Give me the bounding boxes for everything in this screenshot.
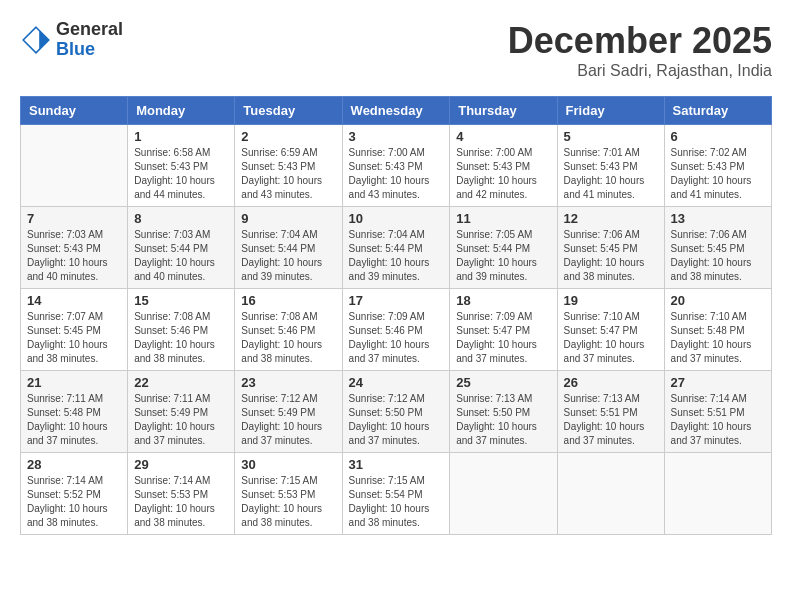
day-info: Sunrise: 7:01 AMSunset: 5:43 PMDaylight:… [564,146,658,202]
day-number: 2 [241,129,335,144]
day-info: Sunrise: 7:08 AMSunset: 5:46 PMDaylight:… [241,310,335,366]
day-info: Sunrise: 7:14 AMSunset: 5:53 PMDaylight:… [134,474,228,530]
day-number: 24 [349,375,444,390]
day-info: Sunrise: 6:58 AMSunset: 5:43 PMDaylight:… [134,146,228,202]
day-number: 5 [564,129,658,144]
logo-text: General Blue [56,20,123,60]
day-number: 25 [456,375,550,390]
day-info: Sunrise: 7:13 AMSunset: 5:50 PMDaylight:… [456,392,550,448]
day-info: Sunrise: 7:11 AMSunset: 5:49 PMDaylight:… [134,392,228,448]
day-number: 10 [349,211,444,226]
day-info: Sunrise: 7:11 AMSunset: 5:48 PMDaylight:… [27,392,121,448]
calendar-week-row: 1Sunrise: 6:58 AMSunset: 5:43 PMDaylight… [21,125,772,207]
day-number: 19 [564,293,658,308]
weekday-header-monday: Monday [128,97,235,125]
day-number: 28 [27,457,121,472]
day-info: Sunrise: 7:05 AMSunset: 5:44 PMDaylight:… [456,228,550,284]
month-title: December 2025 [508,20,772,62]
day-number: 31 [349,457,444,472]
calendar-cell: 5Sunrise: 7:01 AMSunset: 5:43 PMDaylight… [557,125,664,207]
day-number: 20 [671,293,765,308]
day-info: Sunrise: 7:09 AMSunset: 5:47 PMDaylight:… [456,310,550,366]
day-number: 23 [241,375,335,390]
calendar-cell: 11Sunrise: 7:05 AMSunset: 5:44 PMDayligh… [450,207,557,289]
calendar-cell: 7Sunrise: 7:03 AMSunset: 5:43 PMDaylight… [21,207,128,289]
calendar-week-row: 28Sunrise: 7:14 AMSunset: 5:52 PMDayligh… [21,453,772,535]
calendar-cell: 31Sunrise: 7:15 AMSunset: 5:54 PMDayligh… [342,453,450,535]
calendar-cell: 28Sunrise: 7:14 AMSunset: 5:52 PMDayligh… [21,453,128,535]
day-info: Sunrise: 7:10 AMSunset: 5:48 PMDaylight:… [671,310,765,366]
calendar-cell: 24Sunrise: 7:12 AMSunset: 5:50 PMDayligh… [342,371,450,453]
day-number: 15 [134,293,228,308]
day-info: Sunrise: 7:00 AMSunset: 5:43 PMDaylight:… [349,146,444,202]
day-info: Sunrise: 7:02 AMSunset: 5:43 PMDaylight:… [671,146,765,202]
day-info: Sunrise: 7:07 AMSunset: 5:45 PMDaylight:… [27,310,121,366]
day-info: Sunrise: 7:00 AMSunset: 5:43 PMDaylight:… [456,146,550,202]
weekday-header-friday: Friday [557,97,664,125]
calendar-cell [557,453,664,535]
day-number: 7 [27,211,121,226]
weekday-header-tuesday: Tuesday [235,97,342,125]
day-info: Sunrise: 6:59 AMSunset: 5:43 PMDaylight:… [241,146,335,202]
day-info: Sunrise: 7:04 AMSunset: 5:44 PMDaylight:… [241,228,335,284]
weekday-header-wednesday: Wednesday [342,97,450,125]
day-info: Sunrise: 7:10 AMSunset: 5:47 PMDaylight:… [564,310,658,366]
day-number: 4 [456,129,550,144]
day-number: 17 [349,293,444,308]
weekday-header-saturday: Saturday [664,97,771,125]
day-info: Sunrise: 7:14 AMSunset: 5:51 PMDaylight:… [671,392,765,448]
day-number: 16 [241,293,335,308]
calendar-week-row: 7Sunrise: 7:03 AMSunset: 5:43 PMDaylight… [21,207,772,289]
calendar-table: SundayMondayTuesdayWednesdayThursdayFrid… [20,96,772,535]
logo-general-text: General [56,20,123,40]
day-number: 11 [456,211,550,226]
calendar-cell: 13Sunrise: 7:06 AMSunset: 5:45 PMDayligh… [664,207,771,289]
weekday-header-sunday: Sunday [21,97,128,125]
day-info: Sunrise: 7:06 AMSunset: 5:45 PMDaylight:… [671,228,765,284]
day-info: Sunrise: 7:15 AMSunset: 5:53 PMDaylight:… [241,474,335,530]
calendar-cell: 16Sunrise: 7:08 AMSunset: 5:46 PMDayligh… [235,289,342,371]
calendar-cell: 19Sunrise: 7:10 AMSunset: 5:47 PMDayligh… [557,289,664,371]
calendar-cell: 27Sunrise: 7:14 AMSunset: 5:51 PMDayligh… [664,371,771,453]
calendar-cell: 23Sunrise: 7:12 AMSunset: 5:49 PMDayligh… [235,371,342,453]
calendar-cell: 18Sunrise: 7:09 AMSunset: 5:47 PMDayligh… [450,289,557,371]
page-header: General Blue December 2025 Bari Sadri, R… [20,20,772,80]
title-block: December 2025 Bari Sadri, Rajasthan, Ind… [508,20,772,80]
location-text: Bari Sadri, Rajasthan, India [508,62,772,80]
calendar-cell: 25Sunrise: 7:13 AMSunset: 5:50 PMDayligh… [450,371,557,453]
day-number: 14 [27,293,121,308]
calendar-week-row: 21Sunrise: 7:11 AMSunset: 5:48 PMDayligh… [21,371,772,453]
day-number: 1 [134,129,228,144]
day-info: Sunrise: 7:14 AMSunset: 5:52 PMDaylight:… [27,474,121,530]
day-number: 27 [671,375,765,390]
calendar-cell [664,453,771,535]
calendar-cell: 14Sunrise: 7:07 AMSunset: 5:45 PMDayligh… [21,289,128,371]
calendar-cell: 3Sunrise: 7:00 AMSunset: 5:43 PMDaylight… [342,125,450,207]
logo: General Blue [20,20,123,60]
calendar-cell: 4Sunrise: 7:00 AMSunset: 5:43 PMDaylight… [450,125,557,207]
calendar-cell: 26Sunrise: 7:13 AMSunset: 5:51 PMDayligh… [557,371,664,453]
day-info: Sunrise: 7:08 AMSunset: 5:46 PMDaylight:… [134,310,228,366]
day-number: 26 [564,375,658,390]
day-number: 22 [134,375,228,390]
calendar-cell: 1Sunrise: 6:58 AMSunset: 5:43 PMDaylight… [128,125,235,207]
calendar-cell: 29Sunrise: 7:14 AMSunset: 5:53 PMDayligh… [128,453,235,535]
day-number: 8 [134,211,228,226]
svg-marker-1 [39,30,49,49]
day-number: 9 [241,211,335,226]
day-number: 12 [564,211,658,226]
calendar-cell: 17Sunrise: 7:09 AMSunset: 5:46 PMDayligh… [342,289,450,371]
calendar-cell: 2Sunrise: 6:59 AMSunset: 5:43 PMDaylight… [235,125,342,207]
day-info: Sunrise: 7:06 AMSunset: 5:45 PMDaylight:… [564,228,658,284]
calendar-cell: 10Sunrise: 7:04 AMSunset: 5:44 PMDayligh… [342,207,450,289]
day-info: Sunrise: 7:12 AMSunset: 5:50 PMDaylight:… [349,392,444,448]
calendar-cell: 12Sunrise: 7:06 AMSunset: 5:45 PMDayligh… [557,207,664,289]
weekday-header-thursday: Thursday [450,97,557,125]
calendar-cell: 30Sunrise: 7:15 AMSunset: 5:53 PMDayligh… [235,453,342,535]
day-info: Sunrise: 7:13 AMSunset: 5:51 PMDaylight:… [564,392,658,448]
calendar-cell: 21Sunrise: 7:11 AMSunset: 5:48 PMDayligh… [21,371,128,453]
day-number: 13 [671,211,765,226]
day-info: Sunrise: 7:03 AMSunset: 5:44 PMDaylight:… [134,228,228,284]
calendar-cell: 8Sunrise: 7:03 AMSunset: 5:44 PMDaylight… [128,207,235,289]
day-number: 6 [671,129,765,144]
